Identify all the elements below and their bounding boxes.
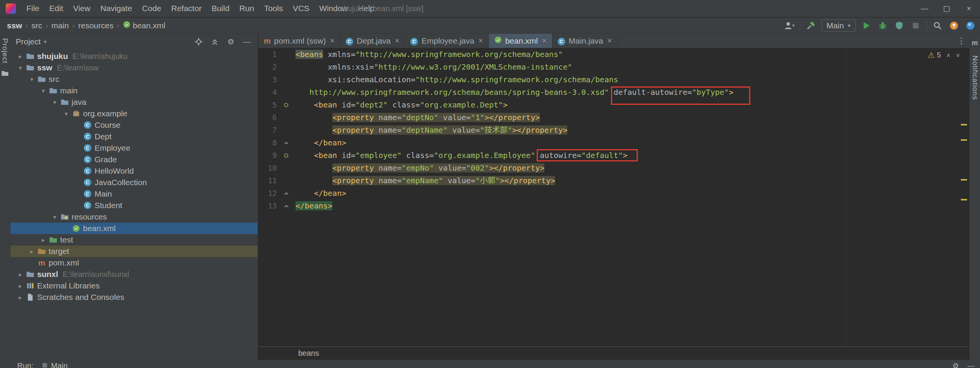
avatar-icon[interactable]: ▾	[783, 20, 795, 31]
search-everywhere-icon[interactable]	[932, 20, 943, 31]
tab-dept-java[interactable]: CDept.java×	[340, 34, 405, 48]
menu-run[interactable]: Run	[234, 0, 259, 17]
chevron-down-icon[interactable]: ▾	[50, 99, 59, 106]
close-icon[interactable]: ×	[395, 36, 400, 45]
notifications-tool-button[interactable]: Notifications	[971, 55, 979, 100]
gutter[interactable]: 12	[258, 187, 296, 200]
fold-icon[interactable]	[277, 137, 296, 149]
tree-row-main[interactable]: ▾main	[10, 85, 258, 96]
code-text[interactable]: xmlns:xsi="http://www.w3.org/2001/XMLSch…	[296, 61, 572, 73]
minimize-button[interactable]: —	[913, 0, 936, 17]
tree-row-src[interactable]: ▾src	[10, 73, 258, 85]
code-text[interactable]: <bean id="dept2" class="org.example.Dept…	[296, 99, 508, 111]
code-text[interactable]: </bean>	[296, 187, 346, 200]
tree-row-dept[interactable]: CDept	[10, 131, 258, 142]
tab-options-icon[interactable]: ⋮	[957, 34, 965, 48]
menu-code[interactable]: Code	[137, 0, 166, 17]
chevron-right-icon[interactable]: ▸	[27, 248, 36, 255]
breadcrumb-item-bean-xml[interactable]: bean.xml	[123, 21, 165, 30]
tree-row-test[interactable]: ▸test	[10, 234, 258, 246]
tab-bean-xml[interactable]: bean.xml×	[489, 34, 552, 48]
tree-row-employee[interactable]: CEmployee	[10, 142, 258, 154]
tree-row-sunxl[interactable]: ▸sunxlE:\learn\sunxl\sunxl	[10, 269, 258, 280]
close-button[interactable]: ×	[958, 0, 980, 17]
chevron-down-icon[interactable]: ▾	[50, 213, 59, 221]
breadcrumb-item-src[interactable]: src	[31, 21, 42, 30]
locate-icon[interactable]	[194, 37, 203, 46]
chevron-right-icon[interactable]: ▸	[16, 282, 25, 290]
breadcrumb-item-resources[interactable]: resources	[78, 21, 113, 30]
menu-file[interactable]: File	[21, 0, 44, 17]
code-text[interactable]: <beans xmlns="http://www.springframework…	[296, 48, 563, 61]
stop-icon[interactable]	[910, 20, 921, 31]
project-folder-icon[interactable]	[1, 70, 9, 79]
tree-row-external-libraries[interactable]: ▸External Libraries	[10, 280, 258, 291]
coverage-icon[interactable]	[893, 20, 905, 31]
chevron-right-icon[interactable]: ▸	[39, 236, 48, 244]
code-text[interactable]: <property name="deptNo" value="1"></prop…	[296, 111, 540, 124]
breadcrumb-item-main[interactable]: main	[51, 21, 69, 30]
gutter[interactable]: 1	[258, 48, 296, 61]
tree-row-shujuku[interactable]: ▸shujukuE:\learn\shujuku	[10, 50, 258, 62]
tree-row-org-example[interactable]: ▾org.example	[10, 108, 258, 119]
code-text[interactable]: </bean>	[296, 137, 346, 149]
code-text[interactable]: <property name="deptName" value="技术部"></…	[296, 124, 567, 137]
chevron-right-icon[interactable]: ▸	[16, 271, 25, 278]
gutter[interactable]: 11	[258, 174, 296, 187]
error-stripe-mark[interactable]	[961, 139, 967, 141]
collapse-icon[interactable]	[210, 37, 219, 46]
gear-icon[interactable]: ⚙	[952, 361, 959, 368]
chevron-down-icon[interactable]: ▾	[39, 87, 48, 94]
run-tab-main[interactable]: Main	[42, 361, 67, 368]
fold-icon[interactable]	[277, 187, 296, 200]
gutter[interactable]: 6	[258, 111, 296, 124]
gutter[interactable]: 8	[258, 137, 296, 149]
hide-tool-window-icon[interactable]: —	[967, 361, 975, 368]
chevron-right-icon[interactable]: ▸	[16, 53, 25, 60]
code-text[interactable]: <property name="empName" value="小郭"></pr…	[296, 174, 555, 187]
tree-row-main[interactable]: CMain	[10, 188, 258, 200]
prev-warning-icon[interactable]: ∧	[946, 52, 951, 59]
tab-main-java[interactable]: CMain.java×	[552, 34, 618, 48]
xml-breadcrumb-beans[interactable]: beans	[298, 349, 319, 358]
tab-employee-java[interactable]: CEmployee.java×	[405, 34, 488, 48]
tree-row-resources[interactable]: ▾resources	[10, 211, 258, 223]
gutter[interactable]: 3	[258, 73, 296, 86]
close-icon[interactable]: ×	[330, 36, 335, 45]
close-icon[interactable]: ×	[607, 36, 612, 45]
chevron-down-icon[interactable]: ▾	[16, 64, 25, 72]
menu-edit[interactable]: Edit	[44, 0, 68, 17]
gutter[interactable]: 7	[258, 124, 296, 137]
code-text[interactable]: </beans>	[296, 200, 332, 212]
chevron-down-icon[interactable]: ▾	[62, 110, 71, 117]
tree-row-pom-xml[interactable]: mpom.xml	[10, 257, 258, 269]
run-icon[interactable]	[861, 20, 872, 31]
tree-row-bean-xml[interactable]: bean.xml	[10, 223, 258, 234]
tree-row-scratches-and-consoles[interactable]: ▸Scratches and Consoles	[10, 291, 258, 303]
hide-icon[interactable]: —	[242, 37, 252, 46]
tree-row-java[interactable]: ▾java	[10, 96, 258, 108]
close-icon[interactable]: ×	[542, 36, 547, 45]
project-tool-button[interactable]: Project	[1, 38, 9, 64]
debug-icon[interactable]	[877, 20, 889, 31]
breadcrumb-item-ssw[interactable]: ssw	[7, 21, 22, 30]
gutter[interactable]: 13	[258, 200, 296, 212]
spring-bean-gutter-icon[interactable]	[277, 99, 296, 111]
code-editor[interactable]: ⚠ 5 ∧ ∨ 1<beans xmlns="http://www.spring…	[258, 48, 969, 347]
tree-row-helloworld[interactable]: CHelloWorld	[10, 165, 258, 177]
menu-build[interactable]: Build	[207, 0, 235, 17]
code-text[interactable]: <property name="empNo" value="002"></pro…	[296, 162, 544, 174]
tab-pom-xml-ssw[interactable]: mpom.xml (ssw)×	[258, 34, 340, 48]
chevron-down-icon[interactable]: ▾	[27, 76, 36, 83]
code-text[interactable]: xsi:schemaLocation="http://www.springfra…	[296, 73, 618, 86]
fold-icon[interactable]	[277, 200, 296, 212]
gutter[interactable]: 5	[258, 99, 296, 111]
menu-vcs[interactable]: VCS	[288, 0, 314, 17]
tree-row-javacollection[interactable]: CJavaCollection	[10, 177, 258, 188]
close-icon[interactable]: ×	[479, 36, 483, 45]
project-view-selector[interactable]: Project ▾	[16, 37, 46, 46]
settings-sync-icon[interactable]	[965, 20, 976, 31]
inspection-widget[interactable]: ⚠ 5 ∧ ∨	[928, 50, 960, 60]
gear-icon[interactable]: ⚙	[226, 37, 235, 46]
maven-icon[interactable]: m	[972, 39, 978, 47]
